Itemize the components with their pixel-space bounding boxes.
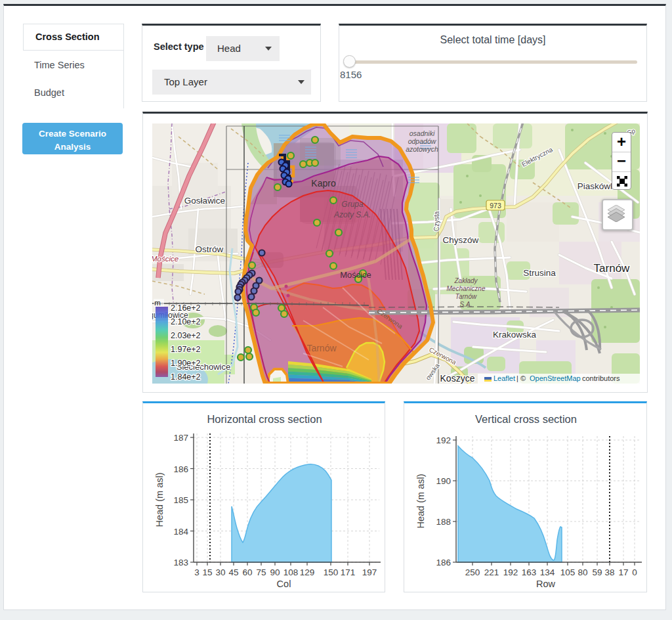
svg-text:1.97e+2: 1.97e+2 xyxy=(171,345,201,354)
svg-text:Strusina: Strusina xyxy=(523,268,556,278)
svg-text:Grupa: Grupa xyxy=(341,200,364,209)
svg-text:0: 0 xyxy=(632,567,637,577)
svg-text:187: 187 xyxy=(173,433,188,443)
svg-text:Gosławice: Gosławice xyxy=(184,196,225,206)
svg-text:Col: Col xyxy=(277,579,291,589)
svg-text:Head (m asl): Head (m asl) xyxy=(154,473,165,527)
svg-text:azotowych: azotowych xyxy=(406,145,438,153)
svg-text:134: 134 xyxy=(540,567,555,577)
svg-text:129: 129 xyxy=(300,567,315,577)
svg-text:15: 15 xyxy=(202,567,212,577)
svg-text:75: 75 xyxy=(256,567,266,577)
svg-text:Head (m asl): Head (m asl) xyxy=(415,474,426,529)
svg-text:150: 150 xyxy=(324,567,339,577)
svg-text:osadniki: osadniki xyxy=(410,129,435,137)
svg-text:Czysta: Czysta xyxy=(433,211,440,231)
svg-text:45: 45 xyxy=(228,567,238,577)
svg-text:contributors: contributors xyxy=(582,374,620,382)
svg-text:Leaflet: Leaflet xyxy=(494,374,515,382)
svg-text:2.10e+2: 2.10e+2 xyxy=(171,317,201,326)
svg-text:Kapro: Kapro xyxy=(311,178,336,188)
svg-text:OpenStreetMap: OpenStreetMap xyxy=(530,374,581,382)
svg-text:17: 17 xyxy=(618,567,628,577)
svg-text:90: 90 xyxy=(270,567,280,577)
svg-text:30: 30 xyxy=(215,567,225,577)
svg-text:185: 185 xyxy=(173,495,188,505)
svg-text:188: 188 xyxy=(436,517,451,527)
svg-text:Ostrów: Ostrów xyxy=(196,244,224,254)
svg-text:1.90e+2: 1.90e+2 xyxy=(171,359,201,368)
svg-text:192: 192 xyxy=(503,567,518,577)
svg-text:Tarnów: Tarnów xyxy=(455,293,477,300)
svg-text:Mościce: Mościce xyxy=(152,255,178,263)
svg-text:3: 3 xyxy=(194,567,200,577)
svg-text:Azoty S.A.: Azoty S.A. xyxy=(333,210,371,219)
svg-text:38: 38 xyxy=(604,567,614,577)
svg-text:80: 80 xyxy=(578,567,587,577)
svg-text:197: 197 xyxy=(362,567,377,577)
svg-text:192: 192 xyxy=(436,435,451,445)
svg-text:60: 60 xyxy=(242,567,252,577)
svg-text:Horizontal cross section: Horizontal cross section xyxy=(207,413,322,425)
svg-text:Mościce: Mościce xyxy=(340,270,371,280)
svg-text:Chyszów: Chyszów xyxy=(443,235,479,245)
svg-text:184: 184 xyxy=(173,527,188,537)
svg-text:59: 59 xyxy=(592,567,602,577)
svg-text:108: 108 xyxy=(284,567,299,577)
svg-text:186: 186 xyxy=(173,464,188,474)
svg-text:221: 221 xyxy=(484,567,499,577)
svg-text:Zakłady: Zakłady xyxy=(453,277,478,284)
svg-text:Tarnów: Tarnów xyxy=(594,262,631,275)
svg-text:2.03e+2: 2.03e+2 xyxy=(171,331,201,340)
svg-text:190: 190 xyxy=(436,476,451,486)
svg-text:Vertical cross section: Vertical cross section xyxy=(475,413,577,425)
svg-text:Krakowska: Krakowska xyxy=(493,330,537,340)
svg-text:Tarnów: Tarnów xyxy=(306,343,337,353)
svg-text:186: 186 xyxy=(436,558,451,567)
svg-text:171: 171 xyxy=(341,567,356,577)
svg-text:2.16e+2: 2.16e+2 xyxy=(171,303,201,313)
svg-text:odpadów: odpadów xyxy=(408,137,437,145)
svg-text:Row: Row xyxy=(536,579,556,589)
svg-text:250: 250 xyxy=(465,567,480,577)
svg-text:973: 973 xyxy=(490,202,501,210)
svg-text:105: 105 xyxy=(560,567,576,577)
svg-text:S.A.: S.A. xyxy=(460,301,472,308)
svg-text:1.84e+2: 1.84e+2 xyxy=(171,372,201,382)
svg-text:163: 163 xyxy=(522,567,537,577)
svg-text:Koszyce: Koszyce xyxy=(440,373,475,384)
svg-text:Mechaniczne: Mechaniczne xyxy=(447,285,486,292)
svg-text:183: 183 xyxy=(173,558,188,567)
svg-text:m: m xyxy=(154,299,161,307)
svg-text:| ©: | © xyxy=(516,374,526,382)
